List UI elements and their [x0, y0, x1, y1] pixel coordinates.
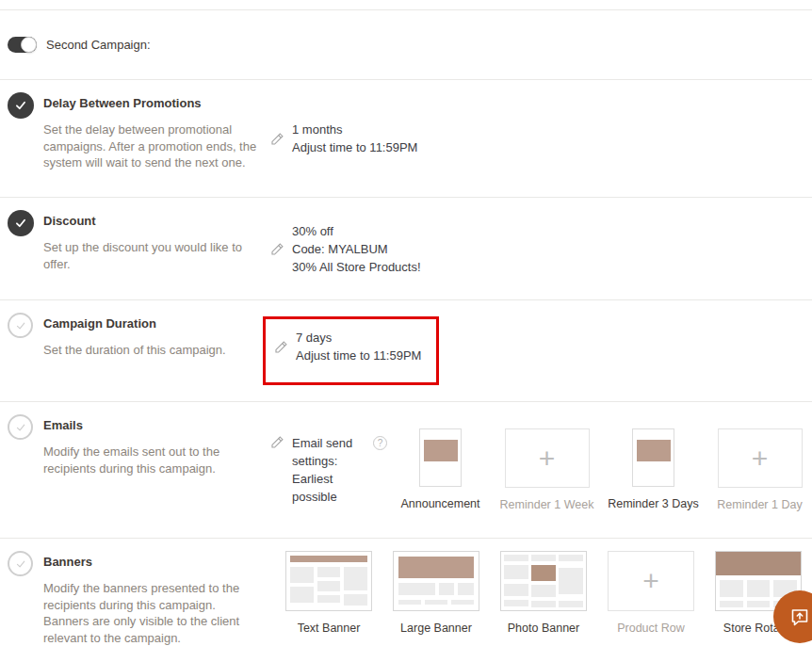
value-line: 1 months	[292, 121, 417, 138]
setting-value: 30% off Code: MYALBUM 30% All Store Prod…	[292, 222, 421, 276]
section-title: Emails	[43, 418, 264, 432]
add-banner-thumbnail[interactable]: +	[608, 551, 694, 611]
setting-value: 7 days Adjust time to 11:59PM	[296, 329, 421, 364]
value-line: Adjust time to 11:59PM	[292, 138, 417, 156]
banner-card-large-banner[interactable]: Large Banner	[382, 551, 490, 635]
value-line: 30% All Store Products!	[292, 258, 421, 276]
banner-thumbnail[interactable]	[500, 551, 587, 611]
thumbnail-accent-band	[716, 552, 801, 575]
email-card-label: Reminder 3 Days	[608, 497, 699, 510]
second-campaign-toggle[interactable]	[8, 37, 37, 53]
step-incomplete-check-icon	[8, 551, 33, 576]
banner-card-text-banner[interactable]: Text Banner	[275, 551, 382, 635]
add-email-thumbnail[interactable]: +	[718, 428, 803, 488]
banner-cards-strip: Text Banner Large Banner Photo Banner + …	[275, 551, 812, 635]
top-spacer	[0, 0, 812, 9]
value-line: Adjust time to 11:59PM	[296, 347, 421, 364]
thumbnail-accent-block	[398, 557, 474, 578]
step-complete-check-icon	[8, 92, 34, 119]
step-incomplete-check-icon	[8, 414, 33, 440]
section-description: Modify the banners presented to the reci…	[43, 580, 264, 646]
edit-pencil-icon[interactable]	[269, 241, 285, 257]
banner-card-product-row[interactable]: + Product Row	[597, 551, 705, 635]
thumbnail-image-block	[424, 440, 458, 461]
plus-icon: +	[642, 567, 659, 595]
section-delay-between-promotions: Delay Between Promotions Set the delay b…	[0, 80, 812, 198]
section-title: Campaign Duration	[43, 316, 264, 331]
section-description: Set the duration of this campaign.	[43, 342, 264, 359]
value-line: Code: MYALBUM	[292, 240, 421, 258]
section-description: Set the delay between promotional campai…	[43, 121, 264, 171]
email-thumbnail[interactable]	[632, 428, 674, 487]
second-campaign-label: Second Campaign:	[46, 38, 151, 52]
banner-card-label: Text Banner	[298, 622, 361, 635]
email-card-announcement[interactable]: Announcement	[387, 428, 494, 511]
plus-icon: +	[539, 444, 556, 473]
add-email-thumbnail[interactable]: +	[505, 428, 590, 488]
banner-thumbnail[interactable]	[285, 551, 372, 611]
email-card-label: Reminder 1 Week	[500, 498, 594, 511]
help-question-icon[interactable]: ?	[373, 436, 387, 450]
plus-icon: +	[752, 444, 769, 473]
email-card-label: Announcement	[400, 497, 479, 510]
edit-pencil-icon[interactable]	[269, 131, 285, 147]
email-thumbnail[interactable]	[419, 428, 462, 487]
step-complete-check-icon	[8, 210, 34, 236]
edit-pencil-icon[interactable]	[273, 339, 289, 355]
setting-value: 1 months Adjust time to 11:59PM	[292, 121, 417, 156]
value-line: 7 days	[296, 329, 421, 347]
email-card-reminder-3-days[interactable]: Reminder 3 Days	[600, 428, 706, 511]
banner-card-label: Large Banner	[400, 622, 472, 635]
thumbnail-image-block	[637, 440, 671, 461]
banner-card-photo-banner[interactable]: Photo Banner	[490, 551, 597, 635]
email-card-reminder-1-week[interactable]: + Reminder 1 Week	[494, 428, 600, 511]
value-line: 30% off	[292, 222, 421, 240]
edit-pencil-icon[interactable]	[269, 434, 285, 450]
red-highlight-box: 7 days Adjust time to 11:59PM	[263, 316, 439, 385]
section-title: Banners	[43, 555, 264, 569]
section-title: Discount	[43, 214, 264, 228]
section-discount: Discount Set up the discount you would l…	[0, 198, 812, 300]
email-card-label: Reminder 1 Day	[717, 498, 802, 511]
step-incomplete-check-icon	[8, 313, 33, 338]
section-emails: Emails Modify the emails sent out to the…	[0, 402, 812, 539]
banner-card-label: Photo Banner	[508, 622, 579, 635]
second-campaign-row: Second Campaign:	[0, 10, 812, 80]
value-line: Email send settings: Earliest possible	[292, 434, 360, 506]
setting-value: Email send settings: Earliest possible	[292, 434, 360, 506]
section-banners: Banners Modify the banners presented to …	[0, 539, 812, 646]
section-campaign-duration: Campaign Duration Set the duration of th…	[0, 300, 812, 402]
toggle-knob	[21, 37, 37, 53]
email-cards-strip: Announcement + Reminder 1 Week Reminder …	[387, 428, 812, 511]
section-description: Set up the discount you would like to of…	[43, 239, 264, 272]
banner-thumbnail[interactable]	[393, 551, 479, 611]
section-title: Delay Between Promotions	[43, 96, 264, 110]
section-description: Modify the emails sent out to the recipi…	[43, 444, 264, 476]
email-card-reminder-1-day[interactable]: + Reminder 1 Day	[706, 428, 812, 511]
banner-card-label: Product Row	[617, 622, 685, 635]
thumbnail-accent-bar	[290, 556, 367, 562]
